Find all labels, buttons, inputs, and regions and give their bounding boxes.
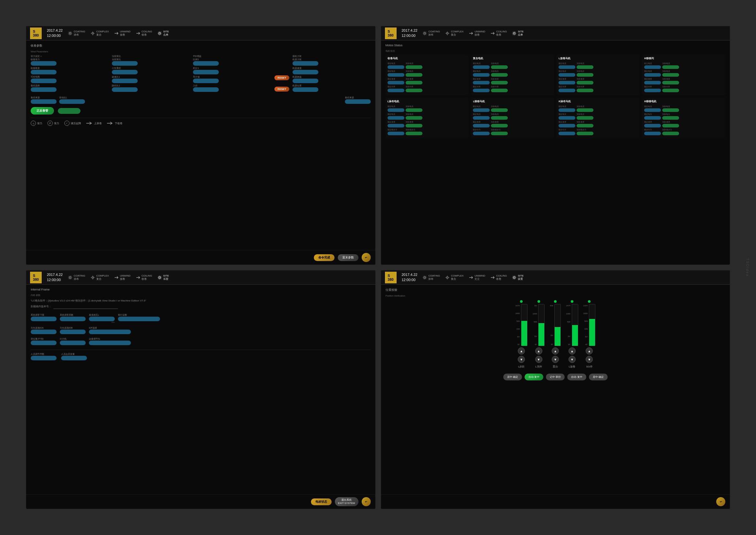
gauge-dn-4[interactable]: ▼ (569, 356, 576, 363)
mi-c3-r4b[interactable] (577, 89, 593, 92)
fi-counter[interactable] (60, 341, 86, 345)
field-pid-i[interactable] (193, 70, 219, 74)
field-roll-source2[interactable] (345, 99, 371, 104)
nav-site-p4[interactable]: SITE设置 (512, 274, 524, 280)
fi-sys-zero-low[interactable] (31, 317, 57, 321)
mi-c8-r1b[interactable] (662, 108, 679, 112)
mi-c4-r1b[interactable] (662, 65, 679, 69)
mi-c6-r1a[interactable] (473, 108, 490, 112)
gauge-up-2[interactable]: ▲ (535, 348, 542, 354)
mi-c7-r3b[interactable] (577, 124, 593, 127)
mi-c7-r1a[interactable] (558, 108, 575, 112)
mi-c3-r1a[interactable] (558, 65, 575, 69)
mi-c7-r3a[interactable] (558, 124, 575, 127)
mi-c5-r1a[interactable] (388, 108, 404, 112)
field-pid-p[interactable] (193, 61, 219, 66)
mi-c8-r2a[interactable] (644, 116, 661, 120)
mi-c2-r2a[interactable] (473, 73, 490, 77)
gauge-dn-3[interactable]: ▼ (552, 356, 559, 363)
mi-c1-r2a[interactable] (388, 73, 404, 77)
mi-c7-r4a[interactable] (558, 132, 575, 135)
field-current-ratio[interactable] (112, 61, 138, 66)
mi-c6-r4a[interactable] (473, 132, 490, 135)
fi-idf[interactable] (89, 330, 131, 334)
mi-c8-r2b[interactable] (662, 116, 679, 120)
field-car-product[interactable] (112, 70, 138, 74)
mi-c1-r3a[interactable] (388, 81, 404, 84)
mi-c2-r1b[interactable] (491, 65, 508, 69)
field-tension-ratio[interactable] (59, 99, 85, 104)
gauge-up-3[interactable]: ▲ (552, 348, 559, 354)
mi-c1-r1b[interactable] (406, 65, 422, 69)
mi-c5-r4b[interactable] (406, 132, 422, 135)
field-mach-pos[interactable] (292, 87, 318, 92)
nav-complex-p4[interactable]: COMPLEX复合 (445, 274, 464, 280)
nav-coiling-p4[interactable]: COILING收卷 (490, 274, 507, 280)
mi-c7-r2b[interactable] (577, 116, 593, 120)
nav-coating-p4[interactable]: COATING涂布 (422, 274, 440, 280)
mi-c8-r1a[interactable] (644, 108, 661, 112)
field-control-range[interactable] (31, 79, 57, 83)
mi-c7-r1b[interactable] (577, 108, 593, 112)
nav-unwind-p1[interactable]: UNWIND放卷 (114, 30, 131, 36)
mi-c2-r2b[interactable] (491, 73, 508, 77)
mi-c5-r3b[interactable] (406, 124, 422, 127)
back-btn-p1[interactable]: ↩ (362, 253, 371, 262)
field-entry-diam[interactable] (193, 87, 219, 92)
mi-c3-r2a[interactable] (558, 73, 575, 77)
gauge-up-5[interactable]: ▲ (586, 348, 593, 354)
fi-temp-set[interactable] (118, 317, 160, 321)
fi-cargo-jty[interactable] (31, 341, 57, 345)
mi-c4-r3a[interactable] (644, 81, 661, 84)
pos-btn-auto-2[interactable]: 自动·复中 (567, 374, 586, 380)
pos-btn-center-2[interactable]: 居中·确定 (589, 374, 608, 380)
mi-c1-r4a[interactable] (388, 89, 404, 92)
mi-c1-r4b[interactable] (406, 89, 422, 92)
nav-coiling-p3[interactable]: COILING收卷 (136, 274, 152, 280)
field-over-speed[interactable] (112, 79, 138, 83)
mi-c6-r4b[interactable] (491, 132, 508, 135)
nav-site-p2[interactable]: SITE点单 (512, 30, 524, 36)
mi-c5-r1b[interactable] (406, 108, 422, 112)
field-coiling-tension[interactable] (31, 61, 57, 66)
fi-sys-zero-coef[interactable] (60, 317, 86, 321)
mi-c4-r1a[interactable] (644, 65, 661, 69)
mi-c4-r4a[interactable] (644, 89, 661, 92)
nav-site-p3[interactable]: SITE乐室 (157, 274, 169, 280)
pos-btn-auto-1[interactable]: 自动·复中 (525, 374, 543, 380)
gauge-up-1[interactable]: ▲ (518, 348, 525, 354)
mi-c8-r3b[interactable] (662, 124, 679, 127)
mi-c2-r3b[interactable] (491, 81, 508, 84)
gauge-dn-5[interactable]: ▼ (586, 356, 593, 363)
mi-c2-r1a[interactable] (473, 65, 490, 69)
nav-unwind-p3[interactable]: UNWIND放卷 (114, 274, 131, 280)
mi-c2-r4a[interactable] (473, 89, 490, 92)
mi-c8-r4b[interactable] (662, 132, 679, 135)
pos-btn-record-1[interactable]: 记中·掌控 (546, 374, 565, 380)
mi-c7-r2a[interactable] (558, 116, 575, 120)
nav-coating-p2[interactable]: COATING涂布 (422, 30, 440, 36)
fi-person-layer[interactable] (61, 356, 87, 360)
mi-c5-r3a[interactable] (388, 124, 404, 127)
confirm-btn-p1[interactable]: 命令完成 (314, 254, 335, 261)
mi-c6-r2a[interactable] (473, 116, 490, 120)
mi-c2-r3a[interactable] (473, 81, 490, 84)
nav-complex-p1[interactable]: COMPLEX复合 (91, 30, 109, 36)
fi-edge-adj[interactable] (89, 341, 131, 345)
nav-coating-p1[interactable]: COATING涂布 (68, 30, 85, 36)
nav-coiling-p2[interactable]: COILING收卷 (490, 30, 507, 36)
mi-c6-r3a[interactable] (473, 124, 490, 127)
mi-c1-r2b[interactable] (406, 73, 422, 77)
fi-dir-idb[interactable] (60, 330, 86, 334)
nav-site-p1[interactable]: SITE点单 (157, 30, 169, 36)
nav-unwind-p2[interactable]: UNWIND放卷 (469, 30, 485, 36)
exit-system-btn[interactable]: 退出系统EXIT SYSTEM (335, 497, 359, 506)
nav-unwind-p4[interactable]: UNWIND文立 (469, 274, 485, 280)
mi-c6-r1b[interactable] (491, 108, 508, 112)
mi-c3-r4a[interactable] (558, 89, 575, 92)
field-roll-source[interactable] (31, 99, 57, 104)
mi-c3-r3a[interactable] (558, 81, 575, 84)
pos-btn-center-1[interactable]: 居中·确定 (503, 374, 522, 380)
field-roll-diam[interactable] (31, 87, 57, 92)
mi-c4-r2b[interactable] (662, 73, 679, 77)
